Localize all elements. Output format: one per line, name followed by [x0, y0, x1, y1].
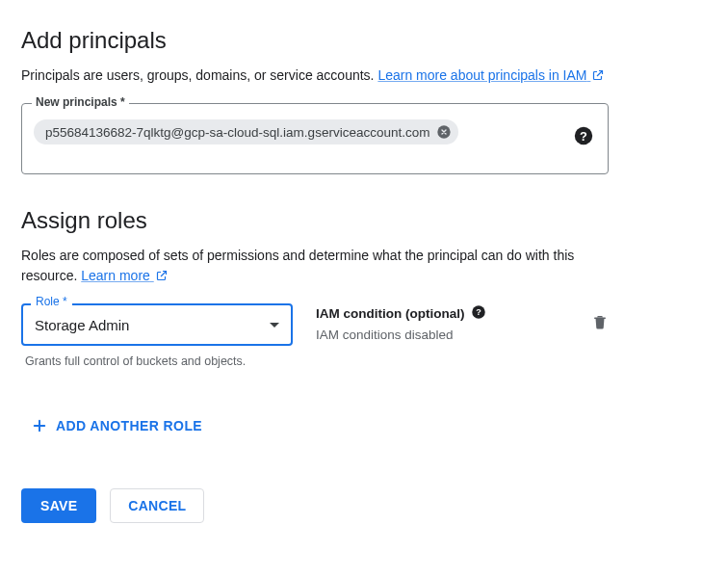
assign-roles-heading: Assign roles	[21, 207, 707, 234]
svg-text:?: ?	[580, 129, 587, 144]
add-principals-desc-text: Principals are users, groups, domains, o…	[21, 67, 377, 83]
add-principals-heading: Add principals	[21, 27, 707, 54]
dropdown-caret-icon	[270, 323, 279, 328]
iam-condition-help-icon[interactable]: ?	[470, 303, 487, 324]
save-button[interactable]: SAVE	[21, 488, 96, 523]
svg-text:?: ?	[477, 307, 482, 317]
learn-more-principals-text: Learn more about principals in IAM	[377, 67, 586, 83]
external-link-icon	[156, 270, 168, 281]
add-another-role-label: ADD ANOTHER ROLE	[56, 418, 202, 433]
new-principals-label: New principals *	[32, 95, 129, 109]
delete-role-icon[interactable]	[591, 318, 609, 333]
plus-icon	[31, 417, 48, 434]
svg-rect-5	[594, 318, 606, 320]
role-label: Role *	[31, 295, 72, 308]
chip-remove-icon[interactable]	[435, 123, 453, 141]
role-select-value: Storage Admin	[35, 317, 129, 333]
principal-chip-text: p55684136682-7qlktg@gcp-sa-cloud-sql.iam…	[45, 125, 429, 140]
principals-help-icon[interactable]: ?	[573, 125, 594, 146]
principal-chip[interactable]: p55684136682-7qlktg@gcp-sa-cloud-sql.iam…	[34, 119, 458, 144]
role-helper-text: Grants full control of buckets and objec…	[25, 354, 256, 371]
learn-more-principals-link[interactable]: Learn more about principals in IAM	[377, 67, 604, 83]
iam-condition-status: IAM conditions disabled	[316, 328, 568, 342]
iam-condition-title: IAM condition (optional)	[316, 306, 464, 321]
new-principals-field[interactable]: New principals * p55684136682-7qlktg@gcp…	[21, 103, 609, 174]
learn-more-roles-text: Learn more	[81, 268, 150, 283]
add-principals-description: Principals are users, groups, domains, o…	[21, 66, 609, 86]
role-select[interactable]: Storage Admin	[21, 303, 293, 346]
add-another-role-button[interactable]: ADD ANOTHER ROLE	[21, 409, 212, 442]
assign-roles-description: Roles are composed of sets of permission…	[21, 246, 609, 286]
external-link-icon	[592, 69, 604, 81]
learn-more-roles-link[interactable]: Learn more	[81, 268, 167, 283]
cancel-button[interactable]: CANCEL	[110, 488, 204, 523]
